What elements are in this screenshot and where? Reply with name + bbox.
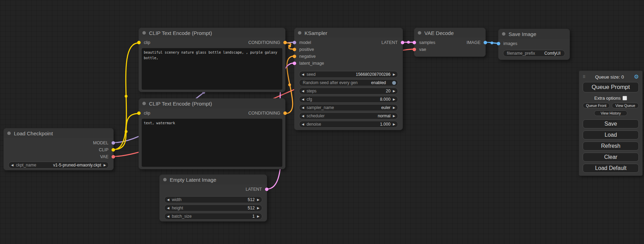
widget-label: sampler_name [307, 105, 334, 110]
widget-sampler-name[interactable]: ◀ sampler_name euler ▶ [299, 104, 398, 111]
arrow-left-icon[interactable]: ◀ [299, 115, 307, 118]
collapse-dot[interactable] [142, 31, 146, 35]
input-slot-model[interactable] [293, 41, 296, 44]
widget-scheduler[interactable]: ◀ scheduler normal ▶ [299, 112, 398, 119]
widget-cfg[interactable]: ◀ cfg 8.000 ▶ [299, 96, 398, 103]
node-header[interactable]: VAE Decode [414, 28, 485, 38]
settings-gear-icon[interactable]: ⚙ [634, 74, 639, 80]
arrow-right-icon[interactable]: ▶ [390, 90, 398, 93]
node-vae-decode[interactable]: VAE Decode samples IMAGE vae [414, 28, 486, 57]
wire-clip-positive[interactable] [114, 43, 139, 150]
node-clip-text-encode-positive[interactable]: CLIP Text Encode (Prompt) clip CONDITION… [139, 28, 285, 92]
slot-label-conditioning: CONDITIONING [248, 111, 280, 116]
load-default-button[interactable]: Load Default [583, 164, 639, 173]
input-slot-positive[interactable] [293, 48, 296, 51]
widget-batch-size[interactable]: ◀ batch_size 1 ▶ [164, 213, 262, 220]
load-button[interactable]: Load [583, 130, 639, 139]
arrow-left-icon[interactable]: ◀ [165, 207, 172, 210]
input-slot-negative[interactable] [293, 55, 296, 58]
widget-ckpt-name[interactable]: ◀ ckpt_name v1-5-pruned-emaonly.ckpt ▶ [8, 162, 109, 169]
output-slot-conditioning[interactable] [283, 41, 287, 44]
input-slot-clip[interactable] [137, 111, 141, 115]
node-save-image[interactable]: Save Image images filename_prefix ComfyU… [498, 29, 570, 60]
arrow-left-icon[interactable]: ◀ [299, 73, 307, 76]
toggle-knob[interactable] [392, 81, 396, 85]
prompt-textarea[interactable]: beautiful scenery nature glass bottle la… [142, 48, 282, 90]
node-load-checkpoint[interactable]: Load Checkpoint MODEL CLIP VAE ◀ ckpt_na… [3, 128, 114, 170]
input-slot-vae[interactable] [413, 48, 416, 51]
arrow-right-icon[interactable]: ▶ [255, 198, 262, 201]
collapse-dot[interactable] [7, 132, 11, 135]
prompt-textarea[interactable]: text, watermark [142, 119, 282, 167]
widget-denoise[interactable]: ◀ denoise 1.000 ▶ [299, 121, 398, 128]
arrow-left-icon[interactable]: ◀ [299, 90, 307, 93]
arrow-right-icon[interactable]: ▶ [390, 73, 398, 76]
arrow-left-icon[interactable]: ◀ [9, 164, 16, 167]
node-clip-text-encode-negative[interactable]: CLIP Text Encode (Prompt) clip CONDITION… [139, 98, 285, 169]
node-header[interactable]: CLIP Text Encode (Prompt) [139, 28, 285, 38]
widget-width[interactable]: ◀ width 512 ▶ [164, 196, 262, 203]
extra-options-checkbox[interactable] [623, 96, 627, 100]
node-empty-latent-image[interactable]: Empty Latent Image LATENT ◀ width 512 ▶ … [159, 174, 267, 222]
wire-cond-negative[interactable] [285, 56, 294, 114]
output-slot-model[interactable] [112, 141, 115, 145]
collapse-dot[interactable] [298, 31, 301, 35]
node-title: KSampler [305, 30, 327, 36]
widget-label: Random seed after every gen [299, 80, 358, 85]
wire-clip-negative[interactable] [114, 114, 139, 150]
arrow-left-icon[interactable]: ◀ [299, 123, 307, 126]
arrow-right-icon[interactable]: ▶ [255, 207, 262, 210]
collapse-dot[interactable] [502, 32, 505, 36]
widget-seed[interactable]: ◀ seed 156680208700286 ▶ [299, 71, 398, 78]
widget-steps[interactable]: ◀ steps 20 ▶ [299, 88, 398, 94]
widget-label: steps [307, 89, 317, 93]
node-header[interactable]: Load Checkpoint [4, 128, 113, 138]
widget-filename-prefix[interactable]: filename_prefix ComfyUI [503, 50, 565, 57]
view-history-button[interactable]: View History [594, 110, 627, 116]
collapse-dot[interactable] [418, 31, 421, 35]
drag-handle-icon[interactable]: ⠿ [583, 75, 585, 79]
output-slot-conditioning[interactable] [283, 111, 287, 115]
wire-image[interactable] [486, 42, 498, 43]
arrow-left-icon[interactable]: ◀ [299, 98, 307, 101]
widget-value: normal [378, 114, 390, 118]
input-slot-latent-image[interactable] [293, 62, 296, 65]
slot-row: clip CONDITIONING [139, 110, 285, 117]
arrow-right-icon[interactable]: ▶ [390, 106, 398, 109]
save-button[interactable]: Save [583, 119, 639, 128]
node-header[interactable]: CLIP Text Encode (Prompt) [139, 99, 285, 108]
output-slot-image[interactable] [484, 41, 487, 44]
node-title: Empty Latent Image [170, 177, 216, 183]
node-ksampler[interactable]: KSampler model LATENT positive negative … [294, 28, 403, 130]
widget-height[interactable]: ◀ height 512 ▶ [164, 205, 262, 211]
clear-button[interactable]: Clear [583, 153, 639, 162]
collapse-dot[interactable] [163, 178, 167, 181]
graph-canvas[interactable]: Load Checkpoint MODEL CLIP VAE ◀ ckpt_na… [0, 0, 644, 244]
node-header[interactable]: KSampler [294, 28, 403, 38]
node-header[interactable]: Empty Latent Image [160, 175, 267, 184]
widget-random-seed-toggle[interactable]: Random seed after every gen enabled [299, 79, 398, 86]
node-header[interactable]: Save Image [499, 29, 570, 39]
arrow-left-icon[interactable]: ◀ [165, 215, 172, 218]
queue-prompt-button[interactable]: Queue Prompt [583, 82, 639, 92]
widget-value: 20 [386, 89, 390, 93]
output-slot-vae[interactable] [112, 155, 115, 159]
collapse-dot[interactable] [142, 102, 146, 105]
arrow-right-icon[interactable]: ▶ [390, 115, 398, 118]
output-slot-latent[interactable] [401, 41, 404, 44]
arrow-left-icon[interactable]: ◀ [165, 198, 172, 201]
output-slot-clip[interactable] [112, 148, 115, 152]
view-queue-button[interactable]: View Queue [612, 103, 639, 108]
arrow-right-icon[interactable]: ▶ [101, 164, 108, 167]
arrow-right-icon[interactable]: ▶ [390, 123, 398, 126]
arrow-right-icon[interactable]: ▶ [255, 215, 262, 218]
input-slot-images[interactable] [497, 42, 500, 45]
queue-front-button[interactable]: Queue Front [583, 103, 610, 108]
input-slot-samples[interactable] [413, 41, 416, 44]
comfy-menu-panel[interactable]: ⠿ Queue size: 0 ⚙ Queue Prompt Extra opt… [579, 71, 643, 176]
arrow-right-icon[interactable]: ▶ [390, 98, 398, 101]
arrow-left-icon[interactable]: ◀ [299, 106, 307, 109]
output-slot-latent[interactable] [265, 188, 268, 191]
refresh-button[interactable]: Refresh [583, 142, 639, 151]
input-slot-clip[interactable] [137, 41, 141, 44]
